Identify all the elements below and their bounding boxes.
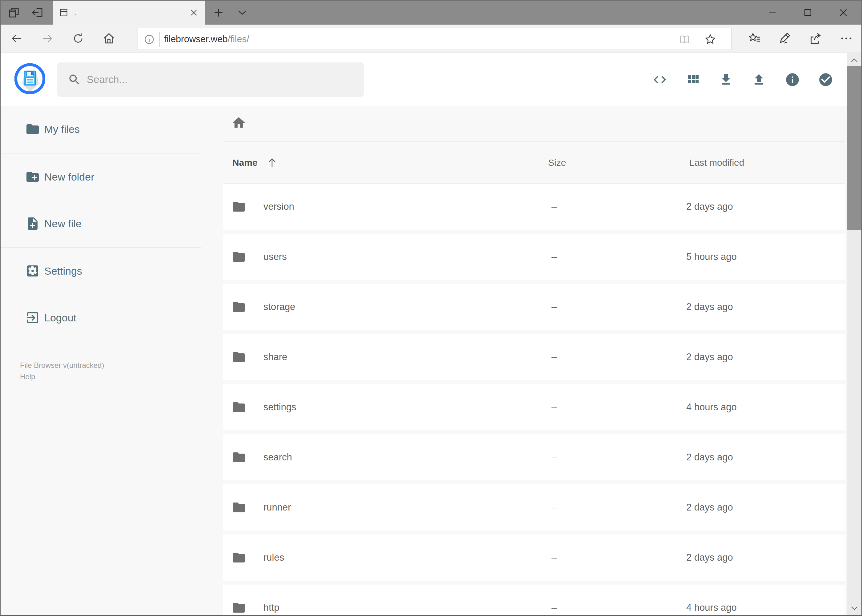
maximize-button[interactable] — [801, 6, 815, 19]
page-scrollbar[interactable] — [847, 53, 861, 615]
url-path: /files/ — [228, 34, 249, 44]
file-modified: 2 days ago — [686, 334, 733, 380]
sidebar-item-label: My files — [44, 114, 80, 145]
grid-view-button[interactable] — [686, 72, 700, 87]
check-circle-icon — [818, 72, 834, 87]
minimize-button[interactable] — [766, 6, 779, 19]
tab-close-icon[interactable] — [189, 8, 199, 17]
file-name: storage — [263, 284, 295, 330]
file-row-runner[interactable]: runner – 2 days ago — [223, 484, 845, 531]
column-header-size[interactable]: Size — [548, 155, 566, 171]
file-size: – — [552, 585, 557, 615]
tab-list-button[interactable] — [235, 6, 249, 19]
download-button[interactable] — [719, 72, 733, 87]
browser-tab[interactable]: . — [53, 1, 205, 25]
file-row-share[interactable]: share – 2 days ago — [223, 334, 845, 380]
tab-favicon-icon — [59, 8, 69, 17]
ellipsis-icon — [839, 31, 853, 46]
file-row-storage[interactable]: storage – 2 days ago — [223, 284, 845, 330]
file-size: – — [552, 534, 557, 581]
browser-toolbar: filebrowser.web/files/ — [1, 25, 861, 53]
folder-icon — [25, 122, 40, 137]
breadcrumb-divider — [223, 141, 845, 142]
tab-title: . — [74, 9, 189, 17]
home-button[interactable] — [102, 32, 116, 45]
forward-button[interactable] — [41, 32, 54, 45]
tab-preview-button[interactable] — [7, 6, 20, 19]
grid-view-icon — [686, 72, 700, 87]
file-size: – — [552, 284, 557, 330]
search-bar[interactable] — [57, 63, 364, 97]
column-header-name[interactable]: Name — [232, 155, 258, 171]
refresh-button[interactable] — [71, 32, 85, 45]
hub-star-list-icon — [747, 31, 762, 46]
shell-toggle-button[interactable] — [652, 72, 667, 87]
sidebar-item-my-files[interactable]: My files — [1, 114, 204, 145]
web-note-button[interactable] — [778, 32, 791, 45]
filebrowser-logo[interactable] — [14, 63, 45, 94]
address-bar[interactable]: filebrowser.web/files/ — [137, 28, 732, 50]
refresh-icon — [72, 32, 85, 45]
folder-icon — [232, 199, 246, 214]
file-row-rules[interactable]: rules – 2 days ago — [223, 534, 845, 581]
scrollbar-thumb[interactable] — [847, 66, 861, 230]
file-modified: 4 hours ago — [686, 384, 737, 430]
url-host: filebrowser.web — [164, 34, 228, 44]
sidebar-divider — [1, 153, 201, 154]
file-name: http — [263, 585, 279, 615]
logout-icon — [25, 310, 40, 325]
url-text: filebrowser.web/files/ — [164, 28, 249, 50]
site-info-icon[interactable] — [143, 33, 155, 45]
file-size: – — [552, 384, 557, 430]
column-header-modified[interactable]: Last modified — [689, 155, 744, 171]
sidebar-item-new-folder[interactable]: New folder — [1, 162, 204, 192]
settings-more-button[interactable] — [840, 32, 853, 45]
close-icon — [838, 7, 849, 18]
sidebar-item-settings[interactable]: Settings — [1, 256, 204, 286]
share-icon — [808, 31, 823, 46]
file-size: – — [552, 484, 557, 531]
file-row-version[interactable]: version – 2 days ago — [223, 184, 845, 230]
file-modified: 5 hours ago — [686, 234, 737, 280]
breadcrumb-home-icon — [232, 115, 246, 130]
select-multiple-button[interactable] — [818, 72, 833, 87]
set-tabs-aside-icon — [32, 6, 44, 19]
file-row-settings[interactable]: settings – 4 hours ago — [223, 384, 845, 430]
sidebar-divider — [1, 247, 201, 248]
scroll-up-icon[interactable] — [849, 56, 859, 66]
sort-ascending-arrow-icon[interactable] — [266, 157, 278, 169]
folder-icon — [232, 450, 246, 465]
file-row-users[interactable]: users – 5 hours ago — [223, 234, 845, 280]
file-name: rules — [263, 534, 284, 581]
search-input[interactable] — [87, 63, 351, 97]
file-listing: version – 2 days ago users – 5 hours ago… — [223, 183, 845, 615]
sidebar-item-label: New folder — [44, 162, 95, 192]
sidebar-item-logout[interactable]: Logout — [1, 302, 204, 333]
file-name: search — [263, 434, 292, 480]
filebrowser-app: My files New folder New file Settings Lo… — [1, 53, 847, 615]
scroll-down-icon[interactable] — [849, 603, 859, 613]
share-button[interactable] — [809, 32, 822, 45]
hub-favorites-button[interactable] — [748, 32, 761, 45]
info-button[interactable] — [785, 72, 800, 87]
upload-icon — [752, 72, 766, 87]
set-tabs-aside-button[interactable] — [31, 6, 44, 19]
folder-icon — [232, 350, 246, 365]
new-tab-button[interactable] — [212, 6, 225, 19]
sidebar-item-new-file[interactable]: New file — [1, 208, 204, 239]
new-file-icon — [25, 216, 40, 231]
add-favorite-star-icon[interactable] — [704, 33, 717, 46]
file-modified: 4 hours ago — [686, 585, 737, 615]
help-link[interactable]: Help — [20, 371, 104, 382]
minimize-icon — [767, 7, 778, 18]
reading-view-icon[interactable] — [679, 33, 690, 45]
file-row-search[interactable]: search – 2 days ago — [223, 434, 845, 480]
back-button[interactable] — [10, 32, 24, 45]
file-row-http[interactable]: http – 4 hours ago — [223, 585, 845, 615]
close-window-button[interactable] — [837, 6, 850, 19]
breadcrumb-home-button[interactable] — [232, 115, 246, 130]
upload-button[interactable] — [752, 72, 766, 87]
file-modified: 2 days ago — [686, 534, 733, 581]
forward-arrow-icon — [41, 32, 54, 45]
file-size: – — [552, 184, 557, 230]
